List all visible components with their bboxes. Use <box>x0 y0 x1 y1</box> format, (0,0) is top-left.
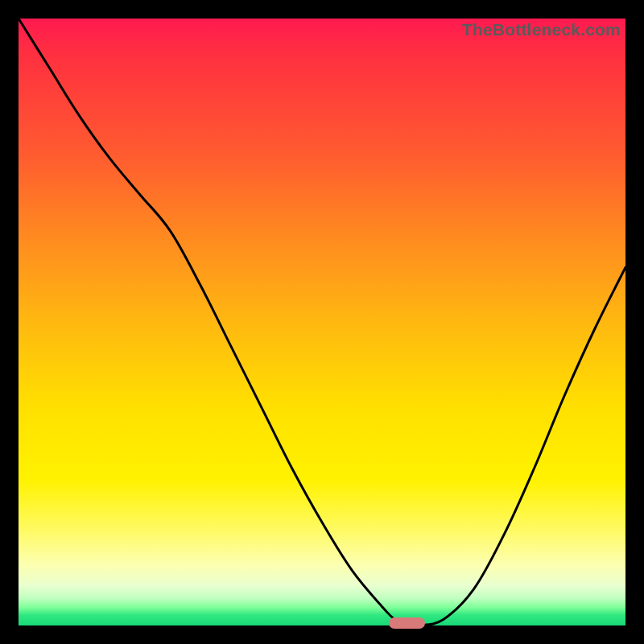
chart-frame: TheBottleneck.com <box>0 0 644 644</box>
optimal-marker <box>389 617 425 629</box>
bottleneck-curve <box>19 19 625 625</box>
curve-path <box>19 19 625 625</box>
plot-area: TheBottleneck.com <box>19 19 625 625</box>
